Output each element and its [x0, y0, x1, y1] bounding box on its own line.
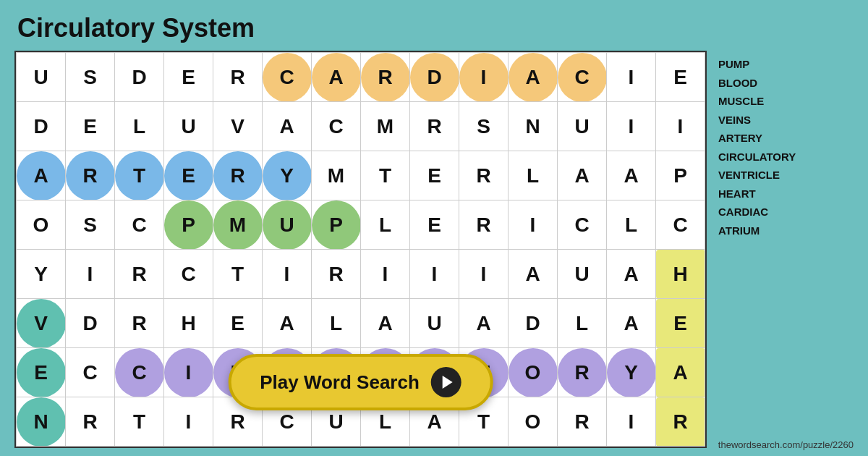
content-area: U S D E R C A R D I A C I E D [0, 51, 868, 455]
grid-cell: P [656, 151, 705, 200]
grid-cell: M [361, 102, 410, 151]
grid-cell: N [509, 102, 558, 151]
grid-cell: A [263, 102, 312, 151]
grid-cell: C [312, 102, 361, 151]
grid-cell: E [66, 102, 115, 151]
grid-cell: I [66, 250, 115, 299]
grid-cell: L [509, 151, 558, 200]
play-icon [431, 367, 461, 397]
grid-cell: I [361, 250, 410, 299]
grid-cell: S [459, 102, 509, 151]
grid-cell: I [607, 397, 656, 447]
grid-cell: I [164, 397, 213, 447]
grid-cell: R [115, 299, 164, 348]
grid-cell: I [164, 348, 213, 397]
grid-cell: E [213, 299, 263, 348]
grid-cell: T [115, 151, 164, 200]
word-list-item: ARTERY [718, 129, 812, 148]
grid-cell: O [509, 348, 558, 397]
grid-cell: R [459, 200, 509, 250]
grid-cell: A [263, 299, 312, 348]
grid-cell: E [164, 151, 213, 200]
grid-cell: U [410, 299, 459, 348]
word-list: PUMPBLOODMUSCLEVEINSARTERYCIRCULATORYVEN… [718, 51, 812, 448]
grid-cell: S [66, 200, 115, 250]
grid-cell: P [164, 200, 213, 250]
grid-cell: E [656, 53, 705, 102]
grid-cell: A [607, 151, 656, 200]
grid-cell: C [558, 53, 607, 102]
grid-row: A R T E R Y M T E R L A A P [17, 151, 705, 200]
word-search-grid: U S D E R C A R D I A C I E D [14, 51, 707, 448]
grid-cell: S [66, 53, 115, 102]
grid-cell: C [66, 348, 115, 397]
grid-cell: H [164, 299, 213, 348]
grid-cell: A [361, 299, 410, 348]
grid-cell: L [361, 200, 410, 250]
grid-cell: L [312, 299, 361, 348]
grid-cell: D [115, 53, 164, 102]
grid-cell: D [17, 102, 66, 151]
grid-cell: M [213, 200, 263, 250]
play-button-container: Play Word Search [228, 354, 493, 410]
grid-cell: C [558, 200, 607, 250]
grid-cell: C [164, 250, 213, 299]
grid-cell: U [558, 250, 607, 299]
grid-cell: A [17, 151, 66, 200]
grid-cell: A [459, 299, 509, 348]
grid-cell: R [66, 151, 115, 200]
grid-cell: I [656, 102, 705, 151]
grid-cell: T [115, 397, 164, 447]
grid-row: Y I R C T I R I I I A U A H [17, 250, 705, 299]
grid-cell: E [164, 53, 213, 102]
grid-cell: Y [607, 348, 656, 397]
grid-cell: I [607, 102, 656, 151]
word-list-item: MUSCLE [718, 92, 812, 111]
grid-row: V D R H E A L A U A D L A E [17, 299, 705, 348]
grid-cell: R [361, 53, 410, 102]
grid-row: U S D E R C A R D I A C I E [17, 53, 705, 102]
grid-cell: U [263, 200, 312, 250]
grid-cell: I [607, 53, 656, 102]
grid-cell: C [656, 200, 705, 250]
grid-row: D E L U V A C M R S N U I I [17, 102, 705, 151]
grid-cell: D [509, 299, 558, 348]
word-list-item: CIRCULATORY [718, 148, 812, 166]
grid-cell: I [410, 250, 459, 299]
grid-cell: P [312, 200, 361, 250]
word-list-item: VEINS [718, 111, 812, 130]
grid-cell: R [656, 397, 705, 447]
grid-cell: O [509, 397, 558, 447]
play-word-search-button[interactable]: Play Word Search [228, 354, 493, 410]
grid-cell: M [312, 151, 361, 200]
grid-cell: A [656, 348, 705, 397]
word-list-item: ATRIUM [718, 221, 812, 240]
grid-cell: V [213, 102, 263, 151]
grid-cell: O [17, 200, 66, 250]
grid-cell: T [361, 151, 410, 200]
grid-cell: R [213, 151, 263, 200]
grid-cell: D [66, 299, 115, 348]
grid-row: O S C P M U P L E R I C L C [17, 200, 705, 250]
grid-cell: L [115, 102, 164, 151]
grid-cell: R [115, 250, 164, 299]
grid-cell: R [66, 397, 115, 447]
grid-cell: V [17, 299, 66, 348]
grid-cell: L [558, 299, 607, 348]
grid-cell: E [410, 151, 459, 200]
grid-cell: L [607, 200, 656, 250]
grid-cell: A [509, 250, 558, 299]
play-button-label: Play Word Search [260, 371, 420, 394]
grid-cell: R [459, 151, 509, 200]
grid-cell: U [558, 102, 607, 151]
grid-cell: A [607, 250, 656, 299]
grid-cell: R [558, 397, 607, 447]
word-list-item: CARDIAC [718, 203, 812, 221]
grid-cell: A [509, 53, 558, 102]
grid-cell: I [459, 250, 509, 299]
grid-cell: Y [17, 250, 66, 299]
grid-cell: H [656, 250, 705, 299]
grid-cell: E [656, 299, 705, 348]
grid-cell: I [459, 53, 509, 102]
grid-cell: Y [263, 151, 312, 200]
